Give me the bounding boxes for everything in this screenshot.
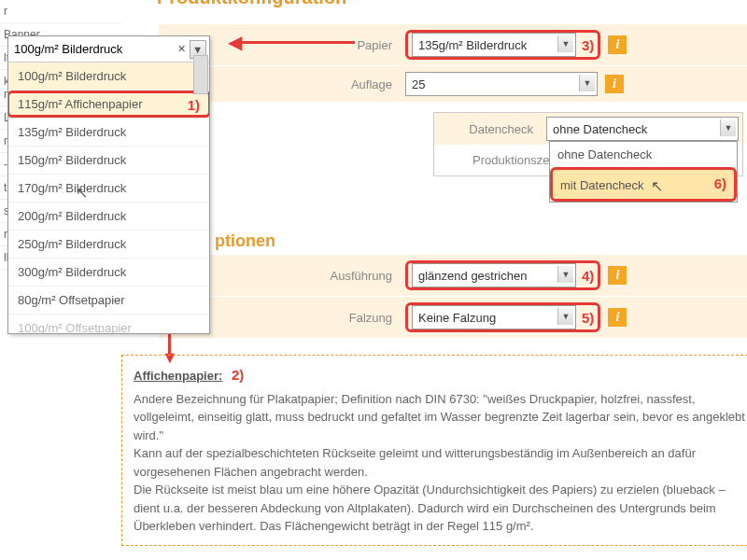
- paper-dropdown: ✕ ▼ 100g/m² Bilderdruck 115g/m² Affichen…: [7, 35, 210, 334]
- arrow-line: [233, 41, 355, 44]
- papier-value: 135g/m² Bilderdruck: [418, 38, 527, 52]
- datencheck-select[interactable]: ohne Datencheck ▼: [546, 117, 739, 141]
- chevron-down-icon[interactable]: ▼: [579, 75, 595, 91]
- info-box: Affichenpapier: 2) Andere Bezeichnung fü…: [121, 355, 747, 546]
- datencheck-panel: Datencheck ohne Datencheck ▼ Produktions…: [433, 112, 743, 176]
- chevron-down-icon[interactable]: ▼: [720, 119, 736, 136]
- datencheck-options: ohne Datencheck mit Datencheck ↖ 6): [549, 141, 738, 203]
- info-body: Andere Bezeichnung für Plakatpapier; Def…: [134, 390, 745, 536]
- dropdown-list[interactable]: 100g/m² Bilderdruck 115g/m² Affichenpapi…: [8, 63, 209, 333]
- sidebar-item[interactable]: r: [0, 0, 121, 23]
- arrow-left-icon: ◀: [228, 31, 242, 53]
- annotation-3: 3): [582, 37, 594, 53]
- chevron-down-icon[interactable]: ▼: [557, 266, 573, 283]
- datencheck-value: ohne Datencheck: [553, 122, 647, 136]
- dropdown-item[interactable]: 170g/m² Bilderdruck: [8, 175, 209, 203]
- info-icon[interactable]: i: [608, 266, 627, 285]
- dropdown-item-highlighted[interactable]: 115g/m² Affichenpapier ↖ 1): [8, 91, 209, 119]
- dropdown-item[interactable]: 80g/m² Offsetpapier: [8, 287, 209, 315]
- dropdown-item[interactable]: 300g/m² Bilderdruck: [8, 259, 209, 287]
- datencheck-option[interactable]: ohne Datencheck: [550, 142, 737, 167]
- ausf-select[interactable]: glänzend gestrichen ▼: [412, 263, 576, 287]
- dropdown-item[interactable]: 135g/m² Bilderdruck: [8, 119, 209, 147]
- datencheck-option-label: mit Datencheck: [560, 178, 644, 192]
- dropdown-item-label: 115g/m² Affichenpapier: [18, 97, 142, 111]
- datencheck-option-selected[interactable]: mit Datencheck ↖ 6): [550, 167, 737, 202]
- close-icon[interactable]: ✕: [174, 41, 190, 58]
- dropdown-item[interactable]: 100g/m² Offsetpapier: [8, 315, 209, 333]
- datencheck-label: Datencheck: [434, 115, 543, 144]
- info-icon[interactable]: i: [608, 308, 627, 327]
- dropdown-item[interactable]: 100g/m² Bilderdruck: [8, 63, 209, 91]
- cursor-icon: ↖: [651, 178, 663, 194]
- annotation-1: 1): [188, 97, 200, 113]
- info-title: Affichenpapier:: [134, 369, 222, 383]
- annotation-6: 6): [714, 175, 726, 191]
- dropdown-item[interactable]: 150g/m² Bilderdruck: [8, 147, 209, 175]
- section-title: Produktkonfiguration: [157, 0, 346, 8]
- annotation-4: 4): [582, 268, 594, 284]
- prodzeit-label: Produktionszeit: [434, 146, 565, 175]
- chevron-down-icon[interactable]: ▼: [557, 308, 573, 325]
- ausf-value: glänzend gestrichen: [418, 269, 527, 283]
- dropdown-item[interactable]: 250g/m² Bilderdruck: [8, 231, 209, 259]
- annotation-5: 5): [582, 310, 594, 326]
- chevron-down-icon[interactable]: ▼: [557, 35, 573, 52]
- info-icon[interactable]: i: [608, 35, 627, 54]
- dropdown-item[interactable]: 200g/m² Bilderdruck: [8, 203, 209, 231]
- auflage-value: 25: [412, 77, 425, 91]
- papier-select[interactable]: 135g/m² Bilderdruck ▼: [412, 33, 576, 57]
- info-icon[interactable]: i: [605, 75, 624, 93]
- falzung-select[interactable]: Keine Falzung ▼: [412, 305, 576, 329]
- scrollbar-thumb[interactable]: [193, 63, 208, 94]
- falzung-value: Keine Falzung: [418, 311, 496, 325]
- section-title-options: ptionen: [121, 224, 747, 255]
- auflage-select[interactable]: 25 ▼: [405, 72, 598, 96]
- annotation-2: 2): [232, 367, 244, 383]
- dropdown-search-input[interactable]: [11, 39, 174, 59]
